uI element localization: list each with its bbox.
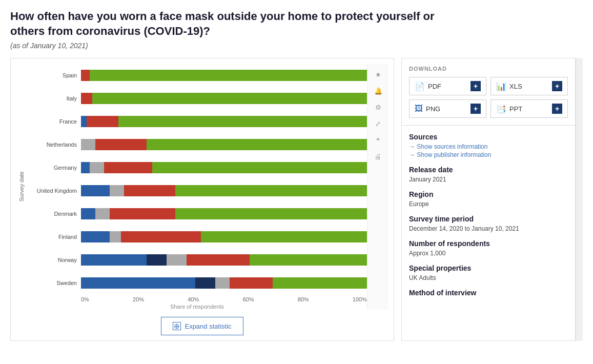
share-icon[interactable]: ⤢	[371, 116, 386, 131]
x-axis-tick: 20%	[133, 296, 144, 302]
region-value: Europe	[409, 200, 568, 208]
subtitle: (as of January 10, 2021)	[10, 42, 583, 50]
page-wrapper: How often have you worn a face mask outs…	[0, 0, 593, 364]
country-label: Sweden	[32, 280, 81, 286]
scrollbar[interactable]	[576, 58, 583, 341]
info-section: Sources → Show sources information → Sho…	[401, 126, 576, 341]
icon-sidebar: ★ 🔔 ⚙ ⤢ ❝ 🖨	[367, 64, 388, 310]
download-label: DOWNLOAD	[409, 66, 568, 72]
pdf-download-button[interactable]: 📄 PDF +	[409, 77, 486, 95]
page-title: How often have you worn a face mask outs…	[10, 9, 472, 38]
bar-segment	[81, 277, 195, 289]
png-plus-icon: +	[471, 104, 481, 114]
special-properties-block: Special properties UK Adults	[409, 264, 568, 281]
bar-track	[81, 70, 367, 81]
bar-row: Germany	[32, 162, 367, 173]
bar-row: Netherlands	[32, 139, 367, 150]
expand-statistic-button[interactable]: ⊕ Expand statistic	[161, 317, 243, 335]
region-block: Region Europe	[409, 190, 568, 208]
x-axis-title: Share of respondents	[27, 304, 367, 310]
method-heading: Method of interview	[409, 289, 568, 297]
country-label: Germany	[32, 165, 81, 171]
bar-row: Italy	[32, 93, 367, 104]
special-properties-value: UK Adults	[409, 274, 568, 281]
bar-segment	[110, 208, 175, 219]
bar-track	[81, 185, 367, 196]
bar-row: United Kingdom	[32, 185, 367, 196]
bar-segment	[147, 139, 367, 150]
ppt-label: PPT	[509, 105, 522, 113]
pdf-plus-icon: +	[471, 81, 481, 91]
bar-segment	[201, 231, 367, 242]
country-label: Netherlands	[32, 141, 81, 148]
bar-segment	[175, 185, 367, 196]
bar-segment	[175, 208, 367, 219]
release-date-heading: Release date	[409, 166, 568, 174]
bar-segment	[147, 254, 167, 266]
bar-segment	[81, 93, 92, 104]
xls-download-button[interactable]: 📊 XLS +	[490, 77, 568, 95]
bar-segment	[90, 70, 367, 81]
right-panel: DOWNLOAD 📄 PDF + 📊 XLS	[401, 58, 576, 341]
x-axis-tick: 40%	[188, 296, 199, 302]
method-block: Method of interview	[409, 289, 568, 297]
bar-segment	[121, 231, 201, 242]
show-publisher-link[interactable]: → Show publisher information	[409, 151, 568, 158]
bar-segment	[110, 231, 121, 242]
png-download-button[interactable]: 🖼 PNG +	[409, 99, 486, 118]
chart-inner: SpainItalyFranceNetherlandsGermanyUnited…	[27, 64, 367, 310]
bar-segment	[81, 185, 110, 196]
bars-area: SpainItalyFranceNetherlandsGermanyUnited…	[27, 64, 367, 294]
bar-track	[81, 93, 367, 104]
country-label: France	[32, 118, 81, 125]
pdf-icon: 📄	[415, 82, 425, 91]
bar-segment	[167, 254, 187, 266]
region-heading: Region	[409, 190, 568, 198]
print-icon[interactable]: 🖨	[371, 149, 386, 164]
survey-period-heading: Survey time period	[409, 215, 568, 223]
xls-label: XLS	[509, 83, 522, 90]
expand-label: Expand statistic	[185, 322, 231, 330]
bar-segment	[81, 231, 110, 242]
star-icon[interactable]: ★	[371, 67, 386, 82]
bar-segment	[104, 162, 153, 173]
bar-track	[81, 139, 367, 150]
bar-segment	[81, 254, 147, 266]
gear-icon[interactable]: ⚙	[371, 99, 386, 115]
download-section: DOWNLOAD 📄 PDF + 📊 XLS	[401, 58, 576, 126]
country-label: Italy	[32, 95, 81, 102]
bar-row: Finland	[32, 231, 367, 242]
bell-icon[interactable]: 🔔	[371, 83, 386, 98]
bar-row: Denmark	[32, 208, 367, 219]
bar-segment	[195, 277, 215, 289]
show-sources-link[interactable]: → Show sources information	[409, 143, 568, 150]
bar-track	[81, 277, 367, 289]
bar-row: Spain	[32, 70, 367, 81]
ppt-download-button[interactable]: 📑 PPT +	[490, 99, 568, 118]
release-date-block: Release date January 2021	[409, 166, 568, 183]
bar-segment	[118, 116, 367, 127]
quote-icon[interactable]: ❝	[371, 132, 386, 148]
png-icon: 🖼	[415, 104, 423, 113]
bar-track	[81, 162, 367, 173]
x-axis: 0%20%40%60%80%100%	[27, 296, 367, 302]
bar-segment	[124, 185, 175, 196]
respondents-block: Number of respondents Approx 1,000	[409, 239, 568, 257]
bar-row: Sweden	[32, 277, 367, 289]
country-label: Denmark	[32, 211, 81, 217]
bar-track	[81, 208, 367, 219]
png-label: PNG	[426, 105, 440, 113]
bar-segment	[81, 162, 90, 173]
country-label: Finland	[32, 234, 81, 240]
respondents-value: Approx 1,000	[409, 250, 568, 257]
special-properties-heading: Special properties	[409, 264, 568, 272]
bar-segment	[95, 139, 147, 150]
bar-segment	[81, 208, 95, 219]
bar-segment	[87, 116, 118, 127]
bar-segment	[81, 139, 95, 150]
bar-segment	[81, 116, 87, 127]
country-label: United Kingdom	[32, 188, 81, 194]
bar-track	[81, 116, 367, 127]
x-axis-tick: 100%	[353, 296, 367, 302]
y-axis-label: Survey date	[16, 64, 27, 310]
